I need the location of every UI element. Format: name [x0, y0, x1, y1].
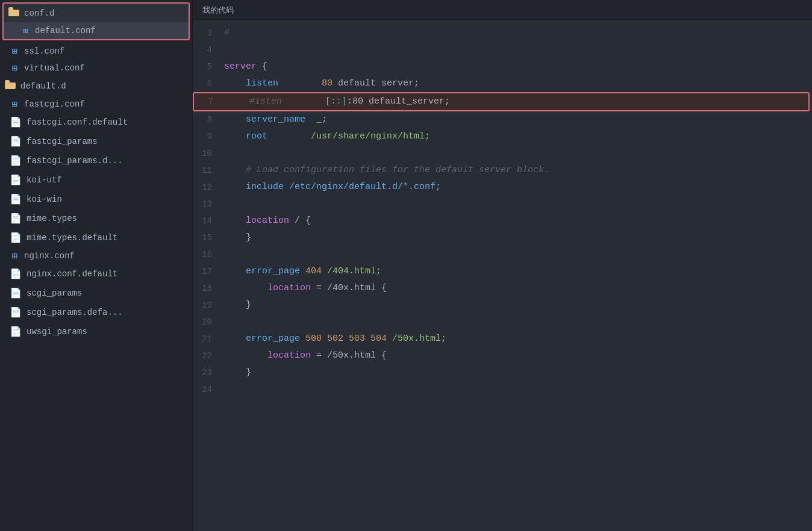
code-line-16: 16 [193, 246, 812, 263]
sidebar-item-fastcgi-conf-default[interactable]: 📄 fastcgi.conf.default [0, 113, 192, 132]
sidebar-item-koi-utf[interactable]: 📄 koi-utf [0, 170, 192, 190]
sidebar-item-mime-types[interactable]: 📄 mime.types [0, 209, 192, 228]
file-icon: 📄 [10, 116, 22, 128]
line-number: 13 [193, 196, 224, 213]
editor-title: 我的代码 [202, 6, 234, 15]
file-icon: 📄 [10, 174, 22, 186]
line-content: location = /50x.html { [224, 347, 812, 364]
svg-rect-3 [5, 80, 10, 84]
line-number: 11 [193, 162, 224, 179]
sidebar-item-fastcgi-params[interactable]: 📄 fastcgi_params [0, 132, 192, 151]
sidebar-item-default-d[interactable]: default.d [0, 76, 192, 96]
sidebar-item-virtual-conf[interactable]: ⊞ virtual.conf [0, 60, 192, 76]
editor-header: 我的代码 [193, 0, 812, 20]
line-content: #isten [::]:80 default_server; [225, 93, 808, 110]
sidebar-item-label: default.d [20, 81, 66, 91]
conf-icon: ⊞ [10, 251, 19, 261]
sidebar-item-label: scgi_params.defa... [27, 308, 123, 317]
code-line-7-highlighted: 7 #isten [::]:80 default_server; [193, 92, 810, 111]
file-icon: 📄 [10, 306, 22, 318]
sidebar-item-koi-win[interactable]: 📄 koi-win [0, 190, 192, 209]
code-line-6: 6 listen 80 default server; [193, 75, 812, 92]
code-line-22: 22 location = /50x.html { [193, 347, 812, 364]
sidebar-item-scgi-params[interactable]: 📄 scgi_params [0, 284, 192, 303]
file-icon: 📄 [10, 213, 22, 225]
line-content: error_page 500 502 503 504 /50x.html; [224, 331, 812, 347]
line-number: 17 [193, 263, 224, 280]
sidebar-item-label: nginx.conf.default [27, 269, 117, 279]
file-icon: 📄 [10, 326, 22, 338]
code-line-15: 15 } [193, 229, 812, 246]
line-content [224, 42, 812, 58]
file-icon: 📄 [10, 232, 22, 244]
sidebar-item-label: fastcgi_params [27, 137, 98, 146]
sidebar-item-label: ssl.conf [24, 46, 64, 56]
sidebar-item-ssl-conf[interactable]: ⊞ ssl.conf [0, 43, 192, 60]
line-content: } [224, 229, 812, 246]
line-number: 18 [193, 280, 224, 297]
line-number: 24 [193, 381, 224, 398]
code-line-9: 9 root /usr/share/nginx/html; [193, 128, 812, 145]
sidebar-item-label: conf.d [24, 8, 54, 18]
sidebar-item-nginx-conf-default[interactable]: 📄 nginx.conf.default [0, 264, 192, 284]
line-content: listen 80 default server; [224, 75, 812, 92]
line-content [224, 196, 812, 213]
sidebar-item-label: uwsgi_params [27, 327, 87, 337]
line-content [224, 314, 812, 331]
conf-icon: ⊞ [10, 63, 19, 73]
conf-icon: ⊞ [10, 46, 19, 56]
sidebar-item-label: fastcgi.conf [24, 99, 85, 109]
sidebar-item-label: mime.types [27, 214, 77, 223]
file-icon: 📄 [10, 135, 22, 148]
sidebar-item-label: virtual.conf [24, 63, 85, 73]
code-line-23: 23 } [193, 364, 812, 381]
line-number: 5 [193, 58, 224, 75]
sidebar-item-nginx-conf[interactable]: ⊞ nginx.conf [0, 247, 192, 264]
line-content: location / { [224, 213, 812, 229]
line-content: server_name _; [224, 111, 812, 128]
line-number: 22 [193, 347, 224, 364]
line-content: error_page 404 /404.html; [224, 263, 812, 280]
sidebar-item-uwsgi-params[interactable]: 📄 uwsgi_params [0, 322, 192, 341]
code-line-4: 4 [193, 42, 812, 58]
sidebar-item-conf-d[interactable]: conf.d [4, 4, 189, 22]
sidebar-item-label: scgi_params [27, 288, 82, 298]
line-number: 6 [193, 75, 224, 92]
code-line-17: 17 error_page 404 /404.html; [193, 263, 812, 280]
line-number: 20 [193, 314, 224, 331]
file-icon: 📄 [10, 268, 22, 280]
sidebar-item-label: koi-win [27, 194, 62, 204]
sidebar-item-default-conf[interactable]: ⊞ default.conf [4, 22, 189, 39]
code-line-12: 12 include /etc/nginx/default.d/*.conf; [193, 179, 812, 196]
line-content [224, 381, 812, 398]
folder-group-conf-d: conf.d ⊞ default.conf [2, 2, 190, 40]
code-line-14: 14 location / { [193, 213, 812, 229]
line-number: 21 [193, 331, 224, 347]
sidebar-item-scgi-params-defa[interactable]: 📄 scgi_params.defa... [0, 303, 192, 322]
sidebar-item-mime-types-default[interactable]: 📄 mime.types.default [0, 228, 192, 247]
code-line-11: 11 # Load configuration files for the de… [193, 162, 812, 179]
line-content: server { [224, 58, 812, 75]
line-content: root /usr/share/nginx/html; [224, 128, 812, 145]
line-content: # Load configuration files for the defau… [224, 162, 812, 179]
line-content [224, 246, 812, 263]
file-icon: 📄 [10, 287, 22, 299]
code-line-24: 24 [193, 381, 812, 398]
line-content: include /etc/nginx/default.d/*.conf; [224, 179, 812, 196]
line-number: 23 [193, 364, 224, 381]
code-line-10: 10 [193, 145, 812, 162]
code-line-18: 18 location = /40x.html { [193, 280, 812, 297]
line-content: } [224, 364, 812, 381]
folder-icon [5, 80, 16, 92]
line-number: 7 [194, 93, 225, 110]
sidebar: conf.d ⊞ default.conf ⊞ ssl.conf ⊞ virtu… [0, 0, 193, 531]
code-area[interactable]: 3 # 4 5 server { 6 listen 80 default ser… [193, 20, 812, 531]
line-number: 19 [193, 297, 224, 314]
line-number: 8 [193, 111, 224, 128]
sidebar-item-fastcgi-params-d[interactable]: 📄 fastcgi_params.d... [0, 151, 192, 170]
line-number: 9 [193, 128, 224, 145]
line-content: } [224, 297, 812, 314]
code-line-20: 20 [193, 314, 812, 331]
line-content: location = /40x.html { [224, 280, 812, 297]
sidebar-item-fastcgi-conf[interactable]: ⊞ fastcgi.conf [0, 96, 192, 113]
